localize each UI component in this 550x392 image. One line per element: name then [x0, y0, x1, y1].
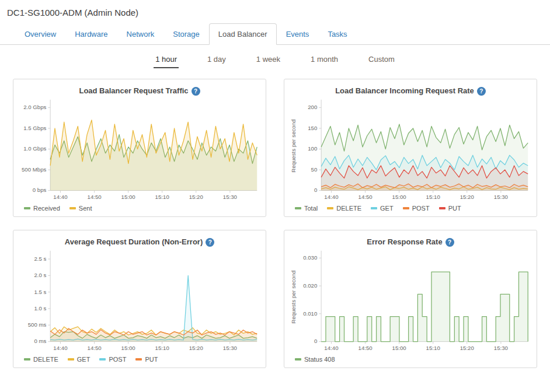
- chart-svg[interactable]: 05010015020014:4014:5015:0015:1015:2015:…: [289, 97, 532, 203]
- svg-text:1.5 Gbps: 1.5 Gbps: [23, 125, 46, 131]
- svg-text:Requests per second: Requests per second: [290, 120, 297, 173]
- legend-item[interactable]: DELETE: [24, 356, 58, 363]
- svg-text:15:20: 15:20: [460, 194, 474, 200]
- time-option-custom[interactable]: Custom: [367, 55, 396, 68]
- time-option-1-hour[interactable]: 1 hour: [154, 55, 179, 68]
- svg-text:15:30: 15:30: [223, 345, 237, 351]
- time-option-1-month[interactable]: 1 month: [309, 55, 340, 68]
- help-icon[interactable]: ?: [445, 238, 454, 247]
- svg-text:500 ms: 500 ms: [28, 321, 47, 328]
- legend-item[interactable]: GET: [371, 205, 394, 212]
- time-option-1-day[interactable]: 1 day: [206, 55, 228, 68]
- tab-bar: Overview Hardware Network Storage Load B…: [0, 23, 550, 45]
- help-icon[interactable]: ?: [192, 87, 200, 96]
- time-range-selector: 1 hour 1 day 1 week 1 month Custom: [0, 45, 550, 75]
- legend-swatch: [327, 207, 333, 209]
- svg-text:15:00: 15:00: [392, 345, 406, 351]
- legend-swatch: [135, 358, 142, 360]
- chart-error-response-rate[interactable]: 00.0100.0200.03014:4014:5015:0015:1015:2…: [289, 248, 532, 354]
- panel-request-traffic: Load Balancer Request Traffic? 0 bps500 …: [13, 79, 266, 217]
- svg-text:15:10: 15:10: [155, 194, 169, 200]
- panel-avg-request-duration: Average Request Duration (Non-Error)? 0 …: [13, 230, 266, 368]
- legend-swatch: [24, 207, 30, 209]
- chart-title-error-response-rate: Error Response Rate?: [289, 235, 532, 248]
- legend-swatch: [295, 207, 301, 209]
- svg-text:0: 0: [314, 338, 317, 344]
- chart-request-traffic[interactable]: 0 bps500 Mbps1.0 Gbps1.5 Gbps2.0 Gbps14:…: [18, 97, 261, 203]
- tab-storage[interactable]: Storage: [163, 23, 209, 45]
- svg-text:15:20: 15:20: [189, 345, 203, 351]
- tab-tasks[interactable]: Tasks: [318, 23, 356, 45]
- legend-swatch: [439, 207, 445, 209]
- page-title: DC1-SG1000-ADM (Admin Node): [0, 0, 550, 23]
- chart-title-text: Error Response Rate: [367, 237, 442, 246]
- tab-overview[interactable]: Overview: [15, 23, 65, 45]
- legend-item[interactable]: POST: [99, 356, 126, 363]
- legend-label: GET: [77, 356, 90, 363]
- chart-legend: TotalDELETEGETPOSTPUT: [289, 203, 532, 214]
- legend-item[interactable]: DELETE: [327, 205, 361, 212]
- svg-text:14:40: 14:40: [324, 345, 338, 351]
- tab-events[interactable]: Events: [277, 23, 319, 45]
- legend-label: DELETE: [336, 205, 361, 212]
- svg-text:15:00: 15:00: [121, 345, 135, 351]
- tab-network[interactable]: Network: [117, 23, 164, 45]
- chart-legend: DELETEGETPOSTPUT: [18, 354, 261, 365]
- chart-svg[interactable]: 0 ms500 ms1.0 s1.5 s2.0 s2.5 s14:4014:50…: [18, 248, 261, 354]
- legend-item[interactable]: Status 408: [295, 356, 335, 363]
- chart-legend: Status 408: [289, 354, 532, 365]
- svg-text:2.0 Gbps: 2.0 Gbps: [23, 104, 46, 110]
- legend-item[interactable]: PUT: [439, 205, 461, 212]
- legend-label: Total: [304, 205, 318, 212]
- legend-item[interactable]: Received: [24, 205, 60, 212]
- svg-text:2.5 s: 2.5 s: [34, 256, 46, 262]
- svg-text:14:40: 14:40: [53, 194, 67, 200]
- chart-title-text: Load Balancer Request Traffic: [79, 86, 188, 95]
- svg-text:0 ms: 0 ms: [34, 338, 46, 344]
- svg-text:15:00: 15:00: [392, 194, 406, 200]
- svg-text:14:50: 14:50: [358, 194, 373, 200]
- svg-text:1.0 Gbps: 1.0 Gbps: [23, 145, 46, 152]
- svg-text:1.0 s: 1.0 s: [34, 305, 46, 312]
- legend-swatch: [68, 358, 74, 360]
- chart-svg[interactable]: 00.0100.0200.03014:4014:5015:0015:1015:2…: [289, 248, 532, 354]
- svg-text:15:20: 15:20: [189, 194, 203, 200]
- legend-label: POST: [412, 205, 430, 212]
- svg-text:1.5 s: 1.5 s: [34, 289, 46, 295]
- svg-text:0.020: 0.020: [303, 282, 317, 289]
- chart-title-text: Load Balancer Incoming Request Rate: [335, 86, 474, 95]
- svg-text:15:30: 15:30: [494, 345, 508, 351]
- svg-text:15:00: 15:00: [121, 194, 135, 200]
- legend-swatch: [69, 207, 76, 209]
- legend-item[interactable]: GET: [68, 356, 90, 363]
- charts-grid: Load Balancer Request Traffic? 0 bps500 …: [0, 75, 550, 379]
- time-option-1-week[interactable]: 1 week: [255, 55, 282, 68]
- legend-label: Status 408: [304, 356, 335, 363]
- legend-label: Sent: [79, 205, 92, 212]
- tab-hardware[interactable]: Hardware: [65, 23, 117, 45]
- legend-item[interactable]: PUT: [135, 356, 158, 363]
- legend-label: DELETE: [33, 356, 58, 363]
- legend-item[interactable]: Sent: [69, 205, 92, 212]
- chart-avg-request-duration[interactable]: 0 ms500 ms1.0 s1.5 s2.0 s2.5 s14:4014:50…: [18, 248, 261, 354]
- legend-swatch: [403, 207, 409, 209]
- legend-label: POST: [109, 356, 126, 363]
- legend-label: PUT: [448, 205, 461, 212]
- help-icon[interactable]: ?: [206, 238, 214, 247]
- chart-incoming-request-rate[interactable]: 05010015020014:4014:5015:0015:1015:2015:…: [289, 97, 532, 203]
- svg-text:2.0 s: 2.0 s: [34, 272, 46, 278]
- chart-legend: ReceivedSent: [18, 203, 261, 214]
- help-icon[interactable]: ?: [477, 87, 486, 96]
- legend-swatch: [371, 207, 377, 209]
- svg-text:15:20: 15:20: [460, 345, 474, 351]
- svg-text:14:40: 14:40: [324, 194, 338, 200]
- panel-incoming-request-rate: Load Balancer Incoming Request Rate? 050…: [284, 79, 537, 217]
- svg-text:100: 100: [308, 145, 317, 152]
- chart-svg[interactable]: 0 bps500 Mbps1.0 Gbps1.5 Gbps2.0 Gbps14:…: [18, 97, 261, 203]
- chart-title-text: Average Request Duration (Non-Error): [65, 237, 203, 246]
- tab-load-balancer[interactable]: Load Balancer: [209, 23, 277, 45]
- legend-item[interactable]: Total: [295, 205, 318, 212]
- svg-text:500 Mbps: 500 Mbps: [22, 166, 47, 173]
- page: DC1-SG1000-ADM (Admin Node) Overview Har…: [0, 0, 550, 379]
- legend-item[interactable]: POST: [403, 205, 430, 212]
